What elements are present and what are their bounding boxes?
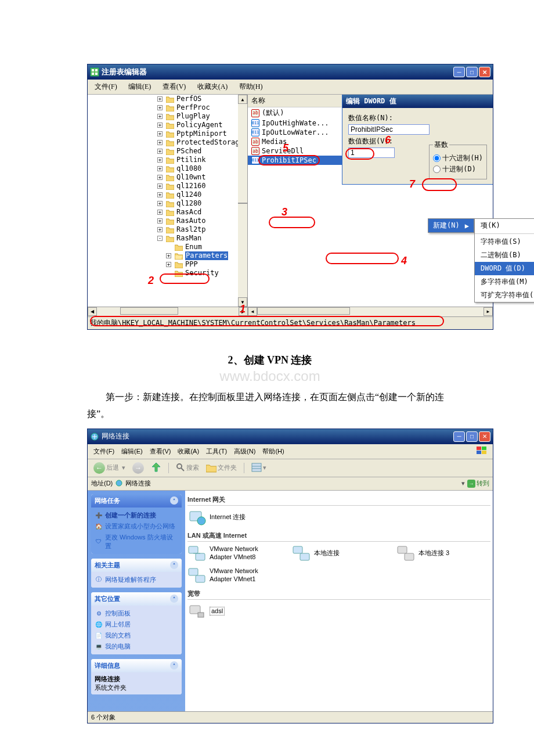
menu-help[interactable]: 帮助(H) xyxy=(259,446,287,457)
addressbar[interactable]: 地址(D) 网络连接 ▾ →转到 xyxy=(88,477,493,491)
connection-item-adsl[interactable]: adsl xyxy=(187,602,275,621)
panel-header[interactable]: 网络任务˄ xyxy=(91,494,182,507)
place-my-documents[interactable]: 📄我的文档 xyxy=(95,630,178,641)
tree-scrollbar[interactable]: ▲ ▼ xyxy=(238,95,247,307)
views-button[interactable]: ▾ xyxy=(249,462,269,474)
expand-icon[interactable]: + xyxy=(157,157,163,163)
go-button[interactable]: →转到 xyxy=(467,479,489,488)
up-button[interactable] xyxy=(149,461,164,475)
tree-node[interactable]: +Rasl2tp xyxy=(88,225,247,234)
menubar[interactable]: 文件(F) 编辑(E) 查看(V) 收藏(A) 工具(T) 高级(N) 帮助(H… xyxy=(88,444,493,459)
expand-icon[interactable]: + xyxy=(157,123,163,128)
panel-header[interactable]: 详细信息˄ xyxy=(91,659,182,672)
expand-icon[interactable]: + xyxy=(157,218,163,224)
scroll-right-icon[interactable]: ▶ xyxy=(484,307,493,316)
context-item-new[interactable]: 新建(N)▶ xyxy=(428,219,474,232)
expand-icon[interactable]: + xyxy=(157,227,163,232)
scroll-left-icon[interactable]: ◀ xyxy=(88,307,97,316)
task-home-network[interactable]: 🏠设置家庭或小型办公网络 xyxy=(95,521,178,532)
submenu-item-binary[interactable]: 二进制值(B) xyxy=(475,249,534,262)
hex-radio[interactable] xyxy=(433,154,441,162)
scroll-up-icon[interactable]: ▲ xyxy=(238,95,247,104)
expand-icon[interactable]: - xyxy=(157,236,163,241)
scroll-left-icon[interactable]: ◀ xyxy=(248,307,257,316)
tree-node[interactable]: +ProtectedStorage xyxy=(88,138,247,147)
tree-node[interactable]: +PerfProc xyxy=(88,103,247,112)
back-button[interactable]: ←后退 ▾ xyxy=(91,461,128,475)
value-name-input[interactable] xyxy=(348,124,430,135)
search-button[interactable]: 搜索 xyxy=(174,462,201,474)
tree-node[interactable]: +Ql10wnt xyxy=(88,173,247,182)
scroll-thumb[interactable] xyxy=(120,307,178,315)
expand-icon[interactable]: + xyxy=(157,140,163,145)
expand-icon[interactable]: + xyxy=(157,183,163,189)
task-firewall[interactable]: 🛡更改 Windows 防火墙设置 xyxy=(95,532,178,552)
forward-button[interactable]: → xyxy=(130,461,146,475)
maximize-button[interactable]: □ xyxy=(466,431,478,442)
menu-file[interactable]: 文件(F) xyxy=(90,81,122,93)
task-troubleshoot[interactable]: ⓘ网络疑难解答程序 xyxy=(95,574,178,585)
address-dropdown-icon[interactable]: ▾ xyxy=(461,480,465,487)
titlebar[interactable]: 网络连接 ─ □ ✕ xyxy=(88,429,493,444)
expand-icon[interactable]: + xyxy=(157,149,163,154)
collapse-icon[interactable]: ˄ xyxy=(170,661,178,669)
expand-icon[interactable]: + xyxy=(166,253,171,258)
tree-node[interactable]: +ql12160 xyxy=(88,182,247,190)
tree-node-ppp[interactable]: + PPP xyxy=(88,260,247,269)
address-value[interactable]: 网络连接 xyxy=(125,479,459,488)
menu-favorites[interactable]: 收藏(A) xyxy=(174,446,203,457)
tree-node[interactable]: +PlugPlay xyxy=(88,112,247,121)
tree-node[interactable]: +ql1240 xyxy=(88,190,247,199)
tree-node[interactable]: +RasAuto xyxy=(88,217,247,225)
expand-icon[interactable]: + xyxy=(157,210,163,215)
toolbar[interactable]: ←后退 ▾ → 搜索 文件夹 ▾ xyxy=(88,459,493,477)
submenu-item-dword[interactable]: DWORD 值(D) xyxy=(475,262,534,275)
minimize-button[interactable]: ─ xyxy=(453,431,465,442)
collapse-icon[interactable]: ˄ xyxy=(170,561,178,569)
expand-icon[interactable]: + xyxy=(157,201,163,206)
tree-node[interactable]: +RasAcd xyxy=(88,208,247,217)
expand-icon[interactable]: + xyxy=(157,175,163,180)
tree-node[interactable]: +PerfOS xyxy=(88,95,247,103)
tree-node-enum[interactable]: Enum xyxy=(88,243,247,251)
menu-edit[interactable]: 编辑(E) xyxy=(124,81,156,93)
collapse-icon[interactable]: ˄ xyxy=(170,496,178,505)
close-button[interactable]: ✕ xyxy=(479,431,490,442)
titlebar[interactable]: 注册表编辑器 ─ □ ✕ xyxy=(88,64,493,80)
dec-radio[interactable] xyxy=(433,165,441,173)
tree-node[interactable]: +ql1280 xyxy=(88,199,247,208)
expand-icon[interactable]: + xyxy=(157,105,163,110)
minimize-button[interactable]: ─ xyxy=(453,67,465,77)
context-submenu[interactable]: 项(K) 字符串值(S) 二进制值(B) DWORD 值(D) 多字符串值(M)… xyxy=(474,218,534,303)
place-network-neighbor[interactable]: 🌐网上邻居 xyxy=(95,619,178,630)
menu-help[interactable]: 帮助(H) xyxy=(234,81,268,93)
submenu-item-multi[interactable]: 多字符串值(M) xyxy=(475,275,534,289)
menu-file[interactable]: 文件(F) xyxy=(90,446,118,457)
place-control-panel[interactable]: ⚙控制面板 xyxy=(95,608,178,619)
expand-icon[interactable]: + xyxy=(157,166,163,171)
task-new-connection[interactable]: ➕创建一个新的连接 xyxy=(95,510,178,521)
tree-node[interactable]: -RasMan xyxy=(88,234,247,243)
menubar[interactable]: 文件(F) 编辑(E) 查看(V) 收藏夹(A) 帮助(H) xyxy=(88,80,493,95)
connection-item-internet[interactable]: Internet 连接 xyxy=(187,508,275,527)
registry-values-pane[interactable]: 名称 ab(默认)011IpOutHighWate...011IpOutLowW… xyxy=(248,95,493,316)
connection-item-local3[interactable]: 本地连接 3 xyxy=(396,544,484,563)
connection-item-vmnet8[interactable]: VMware Network Adapter VMnet8 xyxy=(187,544,275,563)
content-area[interactable]: Internet 网关 Internet 连接 LAN 或高速 Internet… xyxy=(185,491,493,711)
tree-node[interactable]: +PolicyAgent xyxy=(88,121,247,129)
menu-edit[interactable]: 编辑(E) xyxy=(118,446,146,457)
submenu-item-string[interactable]: 字符串值(S) xyxy=(475,235,534,249)
tree-node-parameters[interactable]: + Parameters xyxy=(88,251,247,260)
tree-node[interactable]: +ql1080 xyxy=(88,164,247,173)
close-button[interactable]: ✕ xyxy=(479,67,490,77)
context-menu[interactable]: 新建(N)▶ xyxy=(428,218,474,233)
submenu-item-expand[interactable]: 可扩充字符串值(E) xyxy=(475,289,534,302)
submenu-item-key[interactable]: 项(K) xyxy=(475,219,534,232)
connection-item-local[interactable]: 本地连接 xyxy=(292,544,379,563)
expand-icon[interactable]: + xyxy=(157,131,163,136)
expand-icon[interactable]: + xyxy=(166,262,171,267)
panel-header[interactable]: 其它位置˄ xyxy=(91,592,182,606)
menu-view[interactable]: 查看(V) xyxy=(158,81,191,93)
panel-header[interactable]: 相关主题˄ xyxy=(91,559,182,572)
tree-node[interactable]: +Ptilink xyxy=(88,156,247,164)
